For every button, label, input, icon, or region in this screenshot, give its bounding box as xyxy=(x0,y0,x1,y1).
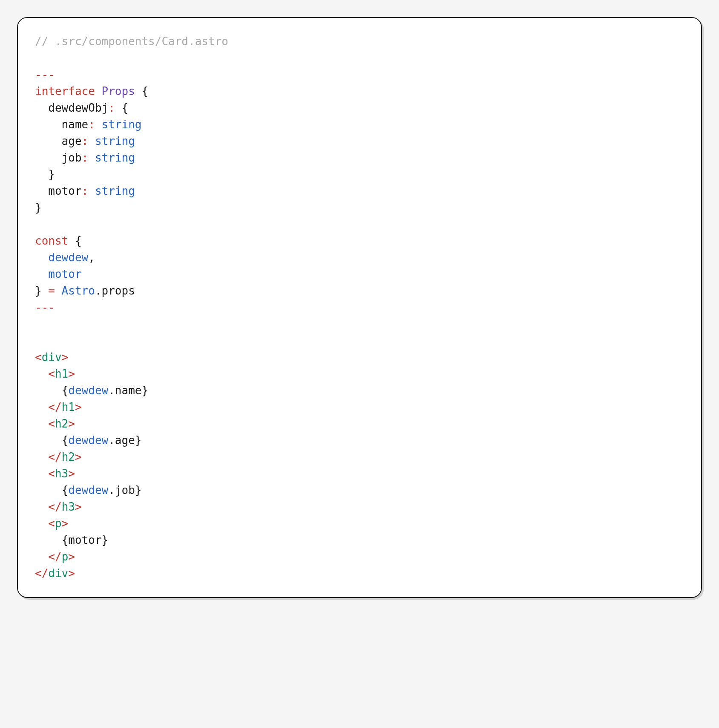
code-comment: // .src/components/Card.astro xyxy=(35,35,228,48)
frontmatter-fence-close: --- xyxy=(35,301,55,314)
tag-p: p xyxy=(55,517,62,530)
tag-h2: h2 xyxy=(55,417,68,430)
code-content: // .src/components/Card.astro --- interf… xyxy=(35,33,684,582)
keyword-interface: interface xyxy=(35,85,95,98)
tag-h3: h3 xyxy=(55,467,68,480)
code-block: // .src/components/Card.astro --- interf… xyxy=(17,17,702,598)
tag-h1: h1 xyxy=(55,367,68,380)
type-name-props: Props xyxy=(102,85,135,98)
keyword-const: const xyxy=(35,234,68,247)
tag-div: div xyxy=(42,351,62,364)
frontmatter-fence-open: --- xyxy=(35,68,55,81)
